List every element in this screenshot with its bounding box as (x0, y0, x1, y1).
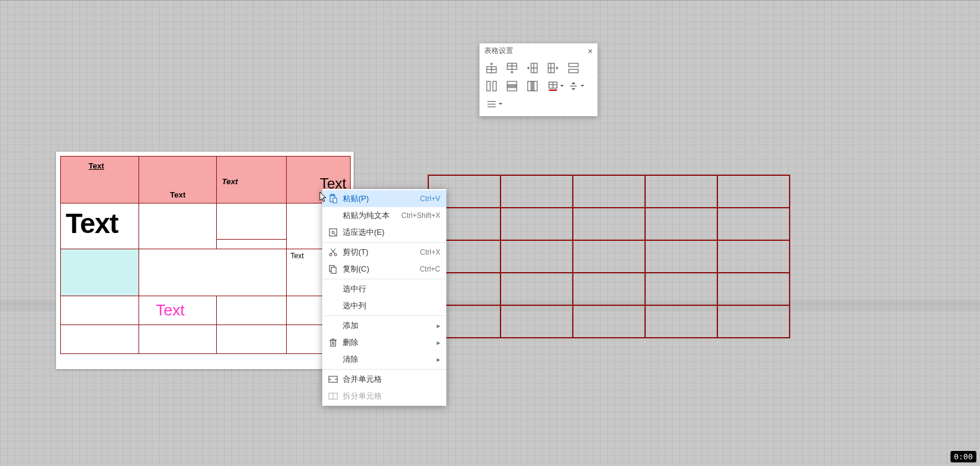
context-menu-item[interactable]: 剪切(T)Ctrl+X (322, 244, 446, 261)
cut-icon (328, 247, 338, 257)
svg-rect-24 (507, 84, 517, 89)
context-menu-label: 适应选中(E) (343, 227, 440, 238)
insert-row-above-icon[interactable] (485, 62, 498, 74)
table-cell[interactable] (717, 305, 790, 338)
context-menu-item[interactable]: 清除 (322, 351, 446, 368)
context-menu-item[interactable]: 删除 (322, 334, 446, 351)
copy-icon (328, 264, 338, 274)
insert-col-right-icon[interactable] (547, 62, 559, 74)
insert-col-left-icon[interactable] (526, 62, 538, 74)
table-cell[interactable] (61, 325, 139, 354)
table-cell[interactable] (501, 240, 573, 273)
table-cell[interactable] (501, 208, 573, 240)
table-cell[interactable] (573, 208, 645, 240)
chevron-right-icon (437, 338, 440, 347)
context-menu: 粘贴(P)Ctrl+V粘贴为纯文本Ctrl+Shift+X适应选中(E)剪切(T… (322, 189, 446, 406)
close-icon[interactable]: × (588, 46, 593, 56)
cell-text: Text (290, 252, 304, 260)
context-menu-label: 合并单元格 (343, 374, 440, 385)
left-table[interactable]: Text Text Text Text Text (60, 156, 351, 354)
left-table-sheet[interactable]: Text Text Text Text Text (56, 152, 354, 369)
table-cell[interactable] (61, 296, 139, 325)
table-cell[interactable]: Text (139, 296, 217, 325)
context-menu-label: 复制(C) (343, 264, 415, 275)
table-cell[interactable] (217, 203, 287, 240)
blank-icon (328, 301, 338, 311)
table-cell[interactable] (217, 325, 287, 354)
table-cell[interactable] (645, 208, 717, 240)
cell-text: Text (66, 207, 118, 240)
table-cell[interactable] (645, 175, 717, 208)
ruler-line (0, 0, 980, 1)
table-cell[interactable] (573, 240, 645, 273)
split-vertical-icon[interactable] (485, 80, 498, 92)
svg-rect-23 (493, 81, 496, 91)
table-cell[interactable] (717, 273, 790, 305)
svg-rect-31 (549, 90, 557, 91)
blank-icon (328, 211, 338, 220)
align-horizontal-icon[interactable] (485, 98, 498, 110)
split-horizontal-icon[interactable] (567, 62, 579, 74)
context-menu-item[interactable]: 选中行 (322, 281, 446, 297)
table-cell[interactable]: Text (61, 203, 139, 249)
delete-row-icon[interactable] (506, 80, 518, 92)
cell-text: Text (217, 157, 237, 186)
context-menu-item[interactable]: 粘贴为纯文本Ctrl+Shift+X (322, 207, 446, 224)
table-cell[interactable] (645, 240, 717, 273)
table-cell[interactable] (501, 305, 573, 338)
border-color-icon[interactable] (547, 80, 559, 92)
right-table[interactable] (428, 175, 790, 338)
table-cell[interactable] (717, 208, 790, 240)
palette-title: 表格设置 (484, 46, 513, 56)
context-menu-label: 选中行 (343, 284, 440, 294)
svg-line-41 (334, 234, 336, 235)
paste-icon (328, 194, 338, 203)
table-cell[interactable] (139, 249, 286, 296)
split-cells-icon (328, 391, 338, 401)
context-menu-item[interactable]: 选中列 (322, 297, 446, 314)
table-cell[interactable] (573, 273, 645, 305)
svg-rect-48 (331, 340, 336, 346)
table-cell[interactable] (573, 175, 645, 208)
context-menu-label: 粘贴为纯文本 (343, 210, 396, 221)
svg-point-43 (334, 253, 337, 256)
context-menu-label: 选中列 (343, 300, 440, 311)
keyboard-shortcut: Ctrl+X (420, 248, 440, 256)
table-header-cell[interactable]: Text (139, 157, 217, 203)
table-header-cell[interactable]: Text (217, 157, 287, 203)
table-cell[interactable] (717, 175, 790, 208)
context-menu-label: 删除 (343, 337, 432, 348)
svg-rect-26 (531, 81, 535, 91)
context-menu-item[interactable]: 复制(C)Ctrl+C (322, 261, 446, 278)
table-cell[interactable] (139, 203, 217, 249)
delete-col-icon[interactable] (526, 80, 538, 92)
svg-rect-20 (569, 63, 578, 67)
table-settings-palette[interactable]: 表格设置 × (479, 43, 598, 116)
align-vertical-icon[interactable] (567, 80, 579, 92)
table-cell[interactable] (139, 325, 217, 354)
svg-point-42 (329, 253, 332, 256)
context-menu-label: 剪切(T) (343, 247, 415, 258)
context-menu-item[interactable]: 适应选中(E) (322, 224, 446, 241)
table-header-cell[interactable]: Text (61, 157, 139, 203)
table-cell[interactable] (501, 273, 573, 305)
table-cell[interactable] (645, 305, 717, 338)
context-menu-item[interactable]: 合并单元格 (322, 371, 446, 388)
table-cell-highlighted[interactable] (61, 249, 139, 296)
table-cell[interactable] (501, 175, 573, 208)
table-cell[interactable] (645, 273, 717, 305)
blank-icon (328, 284, 338, 294)
context-menu-item[interactable]: 添加 (322, 317, 446, 334)
table-cell[interactable] (217, 296, 287, 325)
menu-separator (322, 279, 446, 279)
table-cell[interactable] (217, 240, 287, 249)
table-cell[interactable] (717, 240, 790, 273)
chevron-right-icon (437, 322, 440, 330)
svg-point-40 (332, 231, 334, 234)
context-menu-label: 拆分单元格 (343, 391, 440, 402)
cell-text: Text (170, 190, 186, 199)
delete-icon (328, 338, 338, 347)
table-cell[interactable] (573, 305, 645, 338)
insert-row-below-icon[interactable] (506, 62, 518, 74)
context-menu-item[interactable]: 粘贴(P)Ctrl+V (322, 190, 446, 207)
